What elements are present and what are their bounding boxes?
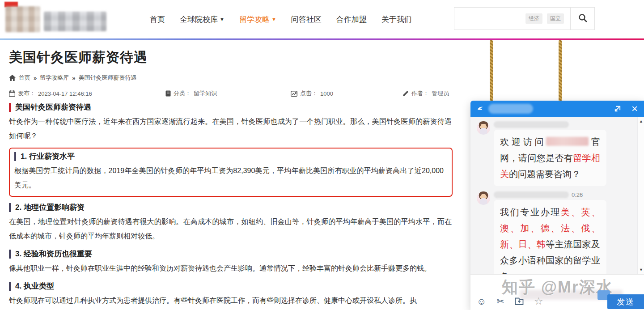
meta-publish-value: 2023-04-17 12:46:16 xyxy=(38,90,92,97)
site-header: 首页全球院校库▼留学攻略▼问答社区合作加盟关于我们 经济国立 xyxy=(0,0,644,38)
header-divider-gradient xyxy=(0,38,644,40)
blurred-logo-text xyxy=(44,12,106,31)
chat-message: 0:26我们专业办理美、英、澳、加、德、法、俄、新、日、韩等主流国家及众多小语种… xyxy=(477,191,634,274)
nav-item-label: 首页 xyxy=(150,14,165,25)
nav-item-0[interactable]: 首页 xyxy=(150,14,165,25)
section-heading: 2. 地理位置影响薪资 xyxy=(9,203,462,212)
meta-clicks-value: 1000 xyxy=(320,90,333,97)
highlight-box: 1. 行业薪资水平根据美国劳工统计局的数据，2019年全美国的针灸师的年平均工资… xyxy=(9,148,453,197)
book-icon xyxy=(165,90,171,97)
breadcrumb-category[interactable]: 留学攻略库 xyxy=(40,74,69,82)
scroll-up-icon[interactable]: ▲ xyxy=(639,119,643,123)
page-title: 美国针灸医师薪资待遇 xyxy=(9,48,462,67)
nav-item-label: 关于我们 xyxy=(381,14,412,25)
chat-toolbar: ☺ ✂ ☆ xyxy=(477,296,543,306)
nav-item-label: 留学攻略 xyxy=(239,14,270,25)
upload-folder-icon[interactable] xyxy=(515,297,524,306)
meta-category: 分类： 留学知识 xyxy=(165,89,291,98)
paragraph: 针灸作为一种传统中医疗法，近年来在西方国家逐渐流行起来。在美国，针灸医师也成为了… xyxy=(9,115,452,143)
blurred-logo-mark xyxy=(5,6,40,32)
paragraph: 根据美国劳工统计局的数据，2019年全美国的针灸师的年平均工资为82,390美元… xyxy=(14,164,444,192)
emoji-icon[interactable]: ☺ xyxy=(477,297,486,306)
meta-clicks: 点击： 1000 xyxy=(291,89,402,98)
article-meta: 发布： 2023-04-17 12:46:16 分类： 留学知识 点击： 100… xyxy=(9,89,462,98)
meta-author-label: 作者： xyxy=(411,89,429,98)
expand-icon[interactable] xyxy=(613,105,622,113)
paragraph: 针灸师现在可以通过几种执业方式为患者提供治疗。有些针灸师在医院工作，而有些则选择… xyxy=(9,293,452,308)
main-nav: 首页全球院校库▼留学攻略▼问答社区合作加盟关于我们 xyxy=(150,0,412,38)
agent-avatar xyxy=(477,121,490,135)
article-sections: 美国针灸医师薪资待遇针灸作为一种传统中医疗法，近年来在西方国家逐渐流行起来。在美… xyxy=(9,103,462,308)
meta-category-value: 留学知识 xyxy=(194,89,217,98)
message-text: 欢迎访问 xyxy=(500,137,546,147)
blurred-text xyxy=(546,137,589,146)
chat-scrollbar[interactable] xyxy=(637,117,644,274)
breadcrumb-current: 美国针灸医师薪资待遇 xyxy=(78,74,136,82)
scissors-icon[interactable]: ✂ xyxy=(496,297,504,306)
message-content: 0:26我们专业办理美、英、澳、加、德、法、俄、新、日、韩等主流国家及众多小语种… xyxy=(494,191,606,274)
search-input[interactable] xyxy=(454,8,525,30)
star-icon[interactable]: ☆ xyxy=(534,296,543,306)
chat-bubble: 欢迎访问官网，请问您是否有留学相关的问题需要咨询？ xyxy=(494,130,606,186)
scroll-down-icon[interactable]: ▼ xyxy=(639,268,643,272)
nav-item-2[interactable]: 留学攻略▼ xyxy=(239,14,276,25)
agent-name-row: 0:26 xyxy=(494,191,606,199)
section-heading: 美国针灸医师薪资待遇 xyxy=(9,103,462,112)
paragraph: 像其他职业一样，针灸师在职业生涯中的经验和资历对薪资待遇也会产生影响。通常情况下… xyxy=(9,261,452,276)
chat-widget: × 欢迎访问官网，请问您是否有留学相关的问题需要咨询？0:26我们专业办理美、英… xyxy=(470,101,644,310)
agent-name-row xyxy=(494,120,606,128)
message-content: 欢迎访问官网，请问您是否有留学相关的问题需要咨询？ xyxy=(494,120,606,186)
blurred-agent-name xyxy=(494,191,569,198)
meta-category-label: 分类： xyxy=(174,89,191,98)
section-heading: 4. 执业类型 xyxy=(9,282,462,291)
search-tag-0[interactable]: 经济 xyxy=(525,13,542,24)
chat-header[interactable]: × xyxy=(470,101,644,117)
chevron-down-icon: ▼ xyxy=(271,17,276,22)
chat-bubble: 我们专业办理美、英、澳、加、德、法、俄、新、日、韩等主流国家及众多小语种国家的留… xyxy=(494,200,606,274)
paragraph: 在美国，地理位置对针灸师的薪资待遇有很大的影响。在高成本的城市，如纽约、旧金山等… xyxy=(9,215,452,243)
breadcrumb-home[interactable]: 首页 xyxy=(19,74,30,82)
section-heading: 1. 行业薪资水平 xyxy=(14,152,447,161)
agent-avatar xyxy=(477,191,490,205)
meta-author-value: 管理员 xyxy=(432,89,449,98)
chat-message: 欢迎访问官网，请问您是否有留学相关的问题需要咨询？ xyxy=(477,120,634,186)
send-button[interactable]: 发送 xyxy=(607,294,644,309)
chat-input-area[interactable]: 知乎 @Mr深水 ☺ ✂ ☆ 发送 xyxy=(470,274,644,310)
site-logo[interactable] xyxy=(4,4,107,32)
hanging-rope-left xyxy=(490,40,493,101)
search-box: 经济国立 xyxy=(454,7,595,30)
hanging-rope-right xyxy=(559,40,562,101)
chat-messages: 欢迎访问官网，请问您是否有留学相关的问题需要咨询？0:26我们专业办理美、英、澳… xyxy=(477,120,634,274)
search-tag-1[interactable]: 国立 xyxy=(547,13,564,24)
nav-item-5[interactable]: 关于我们 xyxy=(381,14,412,25)
chat-message-area: 欢迎访问官网，请问您是否有留学相关的问题需要咨询？0:26我们专业办理美、英、澳… xyxy=(470,117,644,274)
nav-item-label: 合作加盟 xyxy=(336,14,367,25)
message-text: 我们专业办理 xyxy=(500,207,561,217)
chat-service-icon xyxy=(476,104,485,113)
meta-author: 作者： 管理员 xyxy=(402,89,449,98)
breadcrumb: 首页 » 留学攻略库 » 美国针灸医师薪资待遇 xyxy=(9,74,462,82)
message-time: 0:26 xyxy=(572,191,583,198)
search-button[interactable] xyxy=(570,8,594,30)
nav-item-1[interactable]: 全球院校库▼ xyxy=(180,14,225,25)
meta-publish-label: 发布： xyxy=(18,89,35,98)
meta-clicks-label: 点击： xyxy=(300,89,318,98)
blurred-agent-name xyxy=(494,121,569,128)
section-heading: 3. 经验和资历也很重要 xyxy=(9,250,462,259)
breadcrumb-separator: » xyxy=(72,75,75,81)
message-text: 的问题需要咨询？ xyxy=(509,169,580,179)
search-hot-tags: 经济国立 xyxy=(525,8,570,30)
nav-item-4[interactable]: 合作加盟 xyxy=(336,14,367,25)
blurred-chat-title xyxy=(488,104,533,114)
calendar-icon xyxy=(9,90,15,97)
search-icon xyxy=(578,13,588,25)
close-icon[interactable]: × xyxy=(631,104,638,113)
watermark: 知乎 @Mr深水 xyxy=(502,276,613,298)
nav-item-label: 问答社区 xyxy=(291,14,322,25)
nav-item-3[interactable]: 问答社区 xyxy=(291,14,322,25)
home-icon xyxy=(9,75,16,81)
chart-icon xyxy=(291,91,297,97)
article: 美国针灸医师薪资待遇 首页 » 留学攻略库 » 美国针灸医师薪资待遇 发布： 2… xyxy=(9,43,462,308)
pencil-icon xyxy=(402,90,409,97)
nav-item-label: 全球院校库 xyxy=(180,14,218,25)
